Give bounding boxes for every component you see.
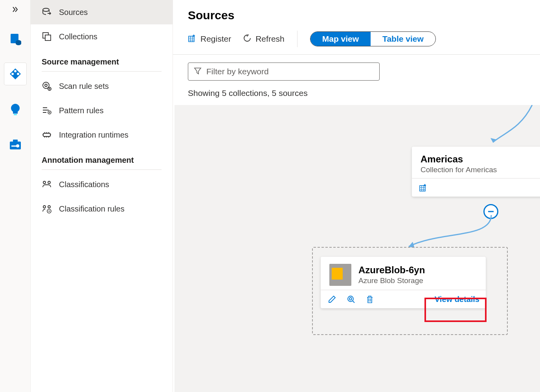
svg-point-16 [45, 84, 47, 86]
page-title: Sources [188, 9, 525, 22]
svg-point-21 [48, 181, 50, 184]
collection-subtitle: Collection for Americas [421, 166, 540, 174]
collections-icon [42, 31, 52, 42]
classification-rules-icon [42, 204, 52, 214]
sidebar-item-sources[interactable]: Sources [31, 0, 173, 24]
sidebar-label: Collections [59, 32, 97, 41]
refresh-icon [243, 34, 252, 44]
collection-title: Americas [421, 154, 540, 165]
svg-rect-19 [43, 133, 50, 136]
refresh-button[interactable]: Refresh [243, 34, 285, 44]
classifications-icon [42, 179, 52, 190]
result-count: Showing 5 collections, 5 sources [173, 84, 540, 105]
edge-line [481, 105, 532, 148]
sidebar-label: Integration runtimes [59, 131, 129, 140]
svg-rect-25 [189, 36, 194, 42]
main-content: Sources Register Refresh Map view Table … [173, 0, 540, 392]
svg-point-3 [16, 42, 21, 45]
filter-input[interactable]: Filter by keyword [188, 63, 380, 81]
register-label: Register [200, 34, 231, 44]
refresh-label: Refresh [255, 34, 285, 44]
delete-icon[interactable] [365, 294, 375, 304]
divider [42, 71, 162, 72]
nav-insights-icon[interactable] [4, 98, 26, 120]
svg-rect-9 [13, 140, 18, 142]
filter-icon [194, 67, 202, 77]
sidebar: Sources Collections Source management Sc… [31, 0, 173, 392]
collapse-node[interactable] [483, 204, 498, 219]
source-subtitle: Azure Blob Storage [358, 276, 425, 285]
svg-rect-7 [14, 114, 17, 115]
table-view-tab[interactable]: Table view [371, 32, 435, 46]
register-icon [188, 34, 197, 44]
toolbar-divider [297, 31, 298, 47]
svg-point-6 [14, 70, 17, 72]
nav-management-icon[interactable] [4, 134, 26, 156]
svg-rect-26 [420, 186, 425, 191]
divider [42, 169, 162, 170]
svg-rect-14 [45, 35, 51, 40]
register-button[interactable]: Register [188, 34, 231, 44]
svg-point-27 [348, 296, 353, 302]
register-source-icon[interactable] [418, 182, 428, 193]
pattern-rules-icon [42, 105, 52, 116]
svg-point-12 [43, 8, 49, 11]
sidebar-label: Classification rules [59, 204, 125, 213]
view-details-link[interactable]: View details [435, 295, 479, 304]
scan-rule-icon [42, 81, 52, 91]
sidebar-section-source-mgmt: Source management [31, 49, 173, 69]
integration-icon [42, 130, 52, 140]
svg-point-28 [349, 298, 352, 300]
sidebar-item-collections[interactable]: Collections [31, 24, 173, 49]
svg-point-22 [43, 206, 46, 208]
page-header: Sources [173, 0, 540, 28]
filter-row: Filter by keyword [173, 55, 540, 84]
sidebar-item-scan-rule-sets[interactable]: Scan rule sets [31, 74, 173, 98]
map-canvas[interactable]: Americas Collection for Americas [174, 105, 540, 392]
view-toggle: Map view Table view [310, 31, 436, 46]
source-card-azureblob[interactable]: AzureBlob-6yn Azure Blob Storage View de… [321, 257, 486, 308]
svg-point-20 [43, 181, 46, 184]
nav-data-catalog-icon[interactable] [4, 28, 26, 50]
svg-point-4 [11, 73, 14, 75]
sidebar-item-integration-runtimes[interactable]: Integration runtimes [31, 123, 173, 147]
sources-icon [42, 7, 52, 17]
sidebar-label: Pattern rules [59, 106, 103, 115]
source-title: AzureBlob-6yn [358, 265, 425, 276]
sidebar-label: Sources [59, 8, 88, 17]
svg-point-5 [17, 73, 19, 75]
nav-data-map-icon[interactable] [4, 63, 26, 85]
sidebar-item-classifications[interactable]: Classifications [31, 172, 173, 197]
toolbar: Register Refresh Map view Table view [173, 28, 540, 55]
azure-blob-icon [329, 264, 351, 286]
nav-iconbar [0, 0, 31, 392]
expand-collapse-icon[interactable] [11, 5, 20, 14]
map-view-tab[interactable]: Map view [310, 32, 371, 46]
sidebar-item-pattern-rules[interactable]: Pattern rules [31, 98, 173, 123]
sidebar-section-annotation: Annotation management [31, 147, 173, 167]
sidebar-label: Classifications [59, 180, 109, 189]
collection-card-americas[interactable]: Americas Collection for Americas [412, 147, 540, 197]
svg-point-11 [16, 144, 19, 147]
edit-icon[interactable] [327, 294, 337, 304]
sidebar-label: Scan rule sets [59, 82, 109, 91]
scan-icon[interactable] [346, 294, 356, 304]
filter-placeholder: Filter by keyword [206, 67, 269, 76]
sidebar-item-classification-rules[interactable]: Classification rules [31, 197, 173, 221]
svg-point-23 [48, 206, 50, 208]
